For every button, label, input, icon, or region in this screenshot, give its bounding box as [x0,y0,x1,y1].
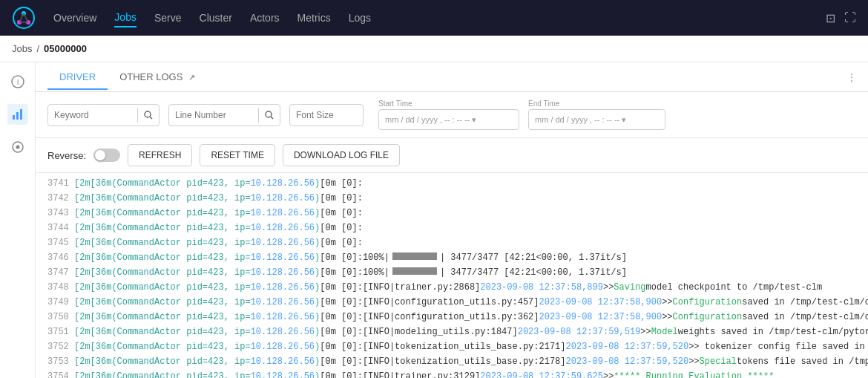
log-line-number: 3752 [47,340,74,353]
svg-rect-10 [16,112,19,120]
log-line: 3747 [2m[36m(CommandActor pid=423, ip=10… [36,265,868,280]
nav-overview[interactable]: Overview [53,9,96,27]
download-log-file-button[interactable]: DOWNLOAD LOG FILE [283,144,400,166]
log-line-number: 3741 [47,177,74,190]
svg-rect-11 [20,109,22,120]
search-icon [265,111,274,120]
nav-right-actions: ⊡ ⛶ [826,11,856,25]
nav-expand-button[interactable]: ⛶ [844,11,856,25]
toolbar-row2: Reverse: REFRESH RESET TIME DOWNLOAD LOG… [36,138,868,173]
reset-time-button[interactable]: RESET TIME [200,144,275,166]
end-time-group: End Time mm / dd / yyyy , -- : -- -- ▾ [528,100,665,130]
svg-point-14 [145,111,151,117]
top-nav: Overview Jobs Serve Cluster Actors Metri… [0,0,868,36]
progress-bar [392,252,437,260]
log-line-number: 3750 [47,310,74,324]
nav-cluster[interactable]: Cluster [200,9,232,27]
log-line-number: 3745 [47,236,74,250]
breadcrumb: Jobs / 05000000 [0,36,868,62]
svg-line-17 [271,117,273,119]
log-line: 3752 [2m[36m(CommandActor pid=423, ip=10… [36,339,868,354]
reverse-label: Reverse: [47,150,86,161]
log-line-number: 3749 [47,296,74,309]
log-line-number: 3753 [47,355,74,368]
nav-jobs[interactable]: Jobs [114,8,137,27]
svg-line-4 [19,13,24,22]
sidebar-tasks-icon[interactable] [7,137,28,157]
log-line: 3742 [2m[36m(CommandActor pid=423, ip=10… [36,191,868,206]
breadcrumb-jobs-link[interactable]: Jobs [12,43,32,54]
log-line: 3749 [2m[36m(CommandActor pid=423, ip=10… [36,295,868,310]
log-line-number: 3746 [47,251,74,264]
log-line: 3750 [2m[36m(CommandActor pid=423, ip=10… [36,310,868,325]
end-time-input[interactable]: mm / dd / yyyy , -- : -- -- ▾ [528,109,665,130]
log-line: 3744 [2m[36m(CommandActor pid=423, ip=10… [36,221,868,235]
log-line: 3743 [2m[36m(CommandActor pid=423, ip=10… [36,206,868,221]
log-line: 3751 [2m[36m(CommandActor pid=423, ip=10… [36,325,868,339]
toolbar-row1: Start Time mm / dd / yyyy , -- : -- -- ▾… [36,92,868,138]
tab-other-logs[interactable]: OTHER LOGS ↗ [108,65,207,90]
app-logo [12,6,36,30]
log-line: 3754 [2m[36m(CommandActor pid=423, ip=10… [36,369,868,378]
nav-actors[interactable]: Actors [250,9,280,27]
nav-metrics[interactable]: Metrics [297,9,331,27]
left-sidebar: i [0,62,36,378]
toggle-knob [95,150,105,160]
log-line: 3748 [2m[36m(CommandActor pid=423, ip=10… [36,280,868,295]
nav-serve[interactable]: Serve [154,9,182,27]
log-line: 3753 [2m[36m(CommandActor pid=423, ip=10… [36,354,868,369]
start-time-label: Start Time [378,100,519,108]
svg-line-5 [24,13,28,22]
log-line: 3745 [2m[36m(CommandActor pid=423, ip=10… [36,235,868,250]
line-number-input[interactable] [169,107,258,123]
nav-logs[interactable]: Logs [349,9,371,27]
svg-line-15 [150,117,152,119]
content-area: DRIVER OTHER LOGS ↗ ⋮ [36,62,868,378]
keyword-search-group [47,104,160,126]
log-line: 3741 [2m[36m(CommandActor pid=423, ip=10… [36,176,868,191]
tab-action-icon[interactable]: ⋮ [847,72,856,82]
search-icon [144,111,153,120]
sidebar-chart-icon[interactable] [7,104,28,125]
start-time-input[interactable]: mm / dd / yyyy , -- : -- -- ▾ [378,109,519,130]
log-line-number: 3742 [47,192,74,205]
log-line-number: 3747 [47,266,74,279]
line-number-search-group [168,104,280,126]
log-line: 3746 [2m[36m(CommandActor pid=423, ip=10… [36,250,868,265]
main-layout: i DRIVER OTHER LOGS ↗ ⋮ [0,62,868,378]
nav-docs-button[interactable]: ⊡ [826,11,835,25]
svg-rect-9 [13,115,15,120]
start-time-group: Start Time mm / dd / yyyy , -- : -- -- ▾ [378,100,519,130]
end-time-label: End Time [528,100,665,108]
svg-point-13 [16,146,19,149]
tab-driver[interactable]: DRIVER [47,65,108,90]
log-line-number: 3748 [47,281,74,294]
font-size-input[interactable] [289,104,364,126]
tab-bar: DRIVER OTHER LOGS ↗ ⋮ [36,62,868,92]
line-number-search-icon-button[interactable] [258,108,280,123]
breadcrumb-separator: / [36,43,39,54]
log-line-number: 3744 [47,221,74,235]
refresh-button[interactable]: REFRESH [128,144,192,166]
log-line-number: 3751 [47,325,74,339]
sidebar-info-icon[interactable]: i [7,71,28,92]
reverse-toggle[interactable] [93,149,120,162]
datetime-inputs: Start Time mm / dd / yyyy , -- : -- -- ▾… [378,100,665,130]
log-line-number: 3754 [47,370,74,378]
keyword-input[interactable] [48,107,137,123]
svg-text:i: i [16,78,18,86]
log-area[interactable]: 3741 [2m[36m(CommandActor pid=423, ip=10… [36,173,868,378]
svg-point-16 [266,111,272,117]
breadcrumb-current: 05000000 [44,43,87,54]
progress-bar [392,267,437,275]
log-line-number: 3743 [47,206,74,220]
svg-point-0 [13,7,34,28]
keyword-search-icon-button[interactable] [137,108,159,123]
